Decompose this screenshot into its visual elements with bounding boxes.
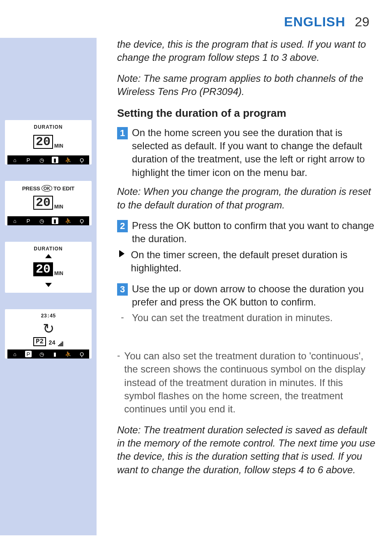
step-badge-1: 1: [117, 127, 128, 139]
fig4-time-top: 23:45: [41, 313, 55, 319]
program-icon: P: [25, 351, 32, 357]
arrow-down-icon: [45, 283, 52, 287]
figure-duration-edit: DURATION 20 MIN: [5, 242, 92, 293]
menu-y-icon: Ϙ: [78, 351, 85, 357]
step-3-text: Use the up or down arrow to choose the d…: [132, 282, 376, 309]
fig2-unit: MIN: [54, 204, 63, 210]
fig1-value: 20: [33, 135, 53, 149]
program-icon: P: [25, 217, 32, 224]
step-3-sub-b-text: You can also set the treatment duration …: [124, 349, 376, 416]
battery-icon: ▮: [52, 217, 58, 224]
battery-icon: ▮: [52, 351, 58, 357]
fig3-time: 20 MIN: [33, 262, 63, 276]
step-2-text: Press the OK button to confirm that you …: [132, 219, 376, 246]
note-channels: Note: The same program applies to both c…: [117, 72, 376, 99]
section-heading: Setting the duration of a program: [117, 106, 376, 120]
intro-paragraph: the device, this is the program that is …: [117, 38, 376, 65]
step-2: 2 Press the OK button to confirm that yo…: [117, 219, 376, 246]
step-1: 1 On the home screen you see the duratio…: [117, 126, 376, 180]
fig1-menubar: ⌂ P ◷ ▮ ⛹ Ϙ: [7, 155, 89, 164]
note-saved: Note: The treatment duration selected is…: [117, 423, 376, 477]
press-label-right: TO EDIT: [53, 185, 74, 192]
fig1-unit: MIN: [54, 143, 63, 149]
fig1-title: DURATION: [34, 124, 62, 130]
figure-duration-home: DURATION 20 MIN ⌂ P ◷ ▮ ⛹ Ϙ: [5, 120, 92, 164]
fig3-value: 20: [33, 262, 53, 276]
fig4-menubar: ⌂ P ◷ ▮ ⛹ Ϙ: [7, 349, 89, 359]
step-2-sub-text: On the timer screen, the default preset …: [131, 248, 376, 275]
step-3: 3 Use the up or down arrow to choose the…: [117, 282, 376, 309]
main-content: the device, this is the program that is …: [97, 38, 392, 535]
home-icon: ⌂: [12, 351, 18, 357]
dash-bullet: -: [117, 349, 120, 416]
step-badge-2: 2: [117, 220, 128, 232]
person-icon: ⛹: [65, 157, 71, 163]
program-icon: P: [25, 157, 32, 163]
clock-icon: ◷: [38, 157, 45, 163]
ok-icon: OK: [42, 185, 53, 192]
home-icon: ⌂: [12, 217, 18, 224]
step-badge-3: 3: [117, 283, 128, 296]
program-box: P2: [33, 337, 46, 346]
continuous-icon: ↻: [43, 322, 54, 336]
note-reset: Note: When you change the program, the d…: [117, 185, 376, 212]
figure-press-ok: PRESS OK TO EDIT 20 MIN ⌂ P ◷ ▮ ⛹ Ϙ: [5, 181, 92, 225]
fig4-level: 24: [48, 340, 55, 346]
page-header: ENGLISH 29: [0, 0, 392, 38]
press-label-left: PRESS: [22, 185, 40, 192]
fig2-menubar: ⌂ P ◷ ▮ ⛹ Ϙ: [7, 216, 89, 225]
home-icon: ⌂: [12, 157, 18, 163]
menu-y-icon: Ϙ: [78, 157, 85, 163]
signal-bars-icon: [58, 342, 63, 346]
fig2-value: 20: [33, 196, 53, 210]
language-label: ENGLISH: [284, 14, 345, 29]
person-icon: ⛹: [65, 351, 71, 357]
dash-bullet: -: [117, 311, 128, 324]
figure-sidebar: DURATION 20 MIN ⌂ P ◷ ▮ ⛹ Ϙ PRESS OK TO …: [0, 38, 97, 535]
clock-icon: ◷: [38, 217, 45, 224]
menu-y-icon: Ϙ: [78, 217, 85, 224]
step-2-sub: On the timer screen, the default preset …: [117, 248, 376, 275]
battery-icon: ▮: [52, 157, 58, 163]
clock-icon: ◷: [38, 351, 45, 357]
fig3-title: DURATION: [34, 246, 62, 252]
fig2-press-line: PRESS OK TO EDIT: [22, 185, 75, 192]
step-3-sub-a-text: You can set the treatment duration in mi…: [132, 311, 333, 324]
step-1-text: On the home screen you see the duration …: [132, 126, 376, 180]
page-number: 29: [355, 14, 369, 29]
step-3-sub-b: - You can also set the treatment duratio…: [117, 349, 376, 416]
step-3-sub-a: - You can set the treatment duration in …: [117, 311, 376, 324]
triangle-bullet-icon: [117, 248, 127, 275]
fig3-unit: MIN: [54, 271, 63, 276]
fig1-time: 20 MIN: [33, 135, 63, 149]
figure-continuous: 23:45 ↻ P2 24 ⌂ P ◷ ▮ ⛹ Ϙ: [5, 309, 92, 359]
person-icon: ⛹: [65, 217, 71, 224]
arrow-up-icon: [45, 254, 52, 258]
fig2-time: 20 MIN: [33, 196, 63, 210]
